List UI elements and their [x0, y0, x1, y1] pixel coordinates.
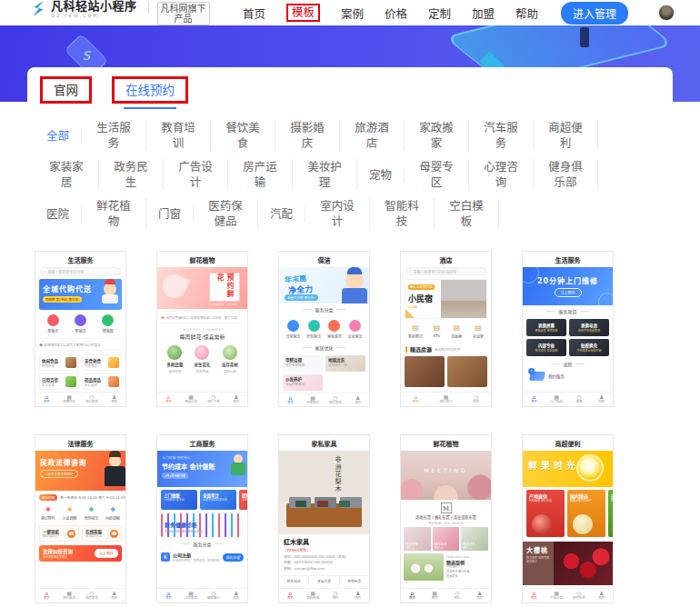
template-card-hotel[interactable]: 酒店 ⌕请输入需要预订的民宿房型 精选 大自然民宿群 小民宿 ¥24起 ▤客房预…	[400, 251, 492, 407]
nav-item-templates-annotated[interactable]: 模板	[286, 4, 320, 22]
tabbar-item: 我的	[346, 395, 369, 404]
category-item[interactable]: 门窗	[146, 206, 194, 222]
quick-action-icons: 帮我买帮我送帮我取	[35, 310, 125, 336]
tabbar-item: 上门服务	[545, 394, 568, 403]
care-tile: 地毯清洗洁净焕然一新	[325, 355, 365, 372]
delivery-guy-illustration	[104, 283, 116, 295]
nav-item-cases[interactable]: 案例	[341, 5, 364, 22]
category-item[interactable]: 餐饮美食	[211, 120, 275, 151]
tabbar-item: 师傅	[568, 394, 591, 403]
tabbar-item: 我的	[103, 394, 125, 403]
category-item[interactable]: 房产运输	[228, 159, 293, 190]
thumb-title: 酒店	[401, 252, 491, 267]
category-item[interactable]: 美妆护理	[293, 159, 357, 190]
flower-product: 多肉盆栽迷你绿植	[166, 345, 183, 373]
category-item[interactable]: 政务民生	[99, 159, 164, 190]
section-title: 家居优化	[281, 344, 367, 351]
case-photo	[404, 553, 444, 581]
tabbar-item: 预约	[446, 591, 469, 600]
thumb-title: 商超便利	[523, 435, 613, 451]
template-card-grocery[interactable]: 商超便利 鲜果时光 产地直供新鲜采摘 放心之选国内精选精选当季时令国产进口精选精…	[522, 434, 614, 603]
category-item[interactable]: 宠物	[357, 167, 405, 183]
repair-tile: 更换电池告别手机电量焦虑	[569, 319, 609, 336]
template-card-legal[interactable]: 法律服务 民政法律咨询 一站式法律咨询预约 营业时间周一至周五 9:00-18:…	[35, 434, 126, 603]
tabbar-item: 预约查询	[325, 395, 347, 404]
thumb-tabbar: 首页开单预约预约查询我的	[279, 393, 369, 407]
thumb-title: 生活服务	[523, 252, 613, 267]
template-card-life-delivery[interactable]: 生活服务 ⌕请输入需要搜索的内容 全城代购代送 跑腿费 第2单起 更优惠! 帮我…	[35, 251, 126, 407]
tabbar-item: 我的	[590, 591, 613, 600]
legal-icon: ❖公证调解	[63, 507, 77, 521]
category-item[interactable]: 摄影婚庆	[275, 120, 340, 151]
product-row: 休闲食品热销商品	[39, 354, 79, 371]
sofa-illustration	[286, 503, 362, 527]
repair-tile: 内部专修技术领先 修旧如新	[526, 339, 566, 356]
template-card-flowers[interactable]: 鲜花植物 预约鲜花 FLOWER SHOP ◈会员9月福利日，全场花束低至7.5…	[156, 251, 248, 407]
category-item[interactable]: 汽配	[258, 206, 305, 222]
sofa-photo: 非洲花梨木	[279, 451, 369, 534]
category-item[interactable]: 旅游酒店	[340, 120, 405, 151]
fruit-tile: 进口精选精选全球进口好果	[608, 490, 613, 537]
book-button: 预约办理	[223, 553, 244, 562]
tab-site[interactable]: 官网	[54, 83, 78, 97]
category-item[interactable]: 家政搬家	[405, 120, 469, 151]
flower-category: 商务花礼预约 >	[461, 527, 488, 551]
template-card-furniture[interactable]: 家私家具 非洲花梨木 红木家具 「FENSA家私」 电话：020-0000000…	[278, 434, 370, 603]
product-photo	[108, 376, 119, 387]
template-card-wedding-flowers[interactable]: 鲜花植物 MEETING M 场地布置 / 婚礼布置 / 商业美陈布置 预约电话…	[400, 434, 492, 603]
nav-item-pricing[interactable]: 价格	[385, 5, 407, 22]
enter-admin-button[interactable]: 进入管理	[561, 2, 628, 25]
flower-photo	[223, 345, 237, 360]
service-icon: 企业保洁	[348, 320, 363, 339]
announce-icon: ◈	[161, 314, 165, 320]
nav-item-help[interactable]: 帮助	[515, 5, 538, 22]
category-item[interactable]: 汽车服务	[469, 120, 534, 151]
category-item[interactable]: 医药保健品	[194, 198, 258, 229]
service-tile: 团队入驻多年经验	[239, 490, 247, 510]
action-icon: 帮我买	[47, 314, 59, 333]
category-item[interactable]: 空白模板	[435, 198, 499, 229]
announce-icon: ◈	[39, 342, 43, 347]
thumb-tabbar: 首页上门服务师傅我的	[523, 392, 613, 406]
contact-line: 邮箱：contact@fkw.com	[284, 566, 365, 572]
section-header: 精选房源精选每间特色民宿	[401, 343, 491, 356]
template-card-phone-repair[interactable]: 生活服务 20分钟上门维修 马上预约 服务项目 更换屏幕原装品质 焕然如新更换电…	[522, 251, 614, 407]
nav-item-custom[interactable]: 定制	[428, 5, 451, 22]
booking-phone: 预约电话：020-000000	[401, 521, 491, 525]
category-item[interactable]: 家装家居	[35, 159, 99, 190]
category-item[interactable]: 教育培训	[146, 120, 211, 151]
template-card-business[interactable]: 工商服务 上门对账 省时省心 节约成本 会计做账 4月1号节税方案 上门做账30…	[156, 434, 248, 603]
tabbar-item: 首页	[279, 395, 302, 404]
category-item[interactable]: 健身俱乐部	[534, 159, 598, 190]
template-card-cleaning[interactable]: 保洁 年末惠 净全力 全屋大扫除 预约中! 服务分类 日常保洁开荒保洁家电清洗企…	[278, 251, 370, 407]
flower-card: 预约鲜花	[209, 273, 240, 302]
tab-online-booking[interactable]: 在线预约	[125, 83, 175, 97]
flower-photo	[195, 345, 209, 360]
category-item[interactable]: 广告设计	[164, 159, 228, 190]
brand-logo[interactable]: 凡科轻站小程序 QZ.FKW.COM 凡科网旗下产品	[31, 0, 210, 25]
category-item[interactable]: 室内设计	[305, 198, 370, 229]
category-item[interactable]: 全部	[35, 128, 82, 144]
category-item[interactable]: 医院	[35, 206, 82, 222]
category-item[interactable]: 智能科技	[370, 198, 435, 229]
user-avatar[interactable]	[658, 5, 675, 21]
tabbar-item: 开单预约	[302, 395, 325, 404]
category-item[interactable]: 心理咨询	[469, 159, 534, 190]
main-nav: 首页 模板 案例 价格 定制 加盟 帮助 进入管理	[243, 2, 675, 25]
nav-item-home[interactable]: 首页	[243, 5, 265, 22]
product-row: 日用百货生活必备	[39, 373, 79, 390]
accountant-illustration	[234, 454, 243, 463]
service-tiles: 上门做账30年经验 更专业全面审计从根本消除财务问题团队入驻多年经验	[157, 487, 247, 512]
hero-illustration-figure	[580, 27, 589, 47]
category-item[interactable]: 鲜花植物	[82, 198, 146, 229]
brand-logo-icon	[31, 0, 46, 17]
flower-product: 永生花礼浪漫首选	[194, 345, 210, 373]
section-title: 服务分类	[281, 306, 367, 313]
category-item[interactable]: 母婴专区	[405, 159, 469, 190]
category-item[interactable]: 商超便利	[534, 120, 598, 151]
process-row: 预约服务	[523, 370, 613, 383]
quick-link: 查看位置	[309, 576, 339, 586]
nav-item-join[interactable]: 加盟	[472, 5, 495, 22]
thumb-title: 家私家具	[279, 435, 369, 451]
category-item[interactable]: 生活服务	[82, 120, 146, 151]
